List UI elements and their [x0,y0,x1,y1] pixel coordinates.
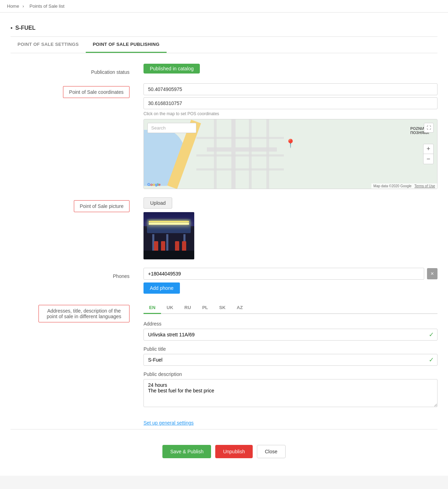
close-button[interactable]: Close [257,445,286,458]
publication-status-label: Publication status [4,67,136,75]
phone-input[interactable] [144,268,424,280]
tab-settings[interactable]: POINT OF SALE SETTINGS [10,37,86,53]
phone-row: × [144,268,438,280]
public-title-label: Public title [144,346,438,352]
lang-tab-uk[interactable]: UK [161,302,179,314]
address-field-container: ✓ [144,329,438,341]
lang-tab-ru[interactable]: RU [179,302,197,314]
addresses-label: Addresses, title, description of the poi… [38,305,130,322]
map-terms-link[interactable]: Terms of Use [414,184,435,188]
pos-image [144,212,194,259]
form-section: Publication status Published in catalog … [10,64,438,438]
picture-label: Point of Sale picture [74,200,130,212]
map-zoom-out-btn[interactable]: − [424,154,433,164]
lang-tab-sk[interactable]: SK [214,302,231,314]
save-publish-button[interactable]: Save & Publish [162,445,211,458]
map-container[interactable]: POZNIAKYПОЗНЯКИ 📍 Search ⛶ + − Goo [144,119,438,189]
tab-publishing[interactable]: POINT OF SALE PUBLISHING [86,37,167,53]
public-description-textarea[interactable]: 24 hours The best fuel for the best pric… [144,379,438,407]
map-hint: Click on the map to set POS coordinates [144,111,438,116]
breadcrumb-separator: › [22,4,24,9]
longitude-input[interactable] [144,97,438,109]
phone-remove-button[interactable]: × [427,268,438,279]
map-pin: 📍 [285,139,296,148]
lang-tab-az[interactable]: AZ [231,302,248,314]
map-fullscreen-btn[interactable]: ⛶ [424,123,434,133]
add-phone-button[interactable]: Add phone [144,282,180,294]
unpublish-button[interactable]: Unpublish [215,445,252,458]
public-description-label: Public description [144,371,438,377]
upload-button[interactable]: Upload [144,197,172,209]
breadcrumb-current: Points of Sale list [29,4,64,9]
address-field-label: Address [144,321,438,327]
page-icon: ▪ [10,25,13,31]
public-title-container: ✓ [144,354,438,366]
lang-tab-pl[interactable]: PL [197,302,214,314]
addresses-row: Addresses, title, description of the poi… [10,302,438,408]
publication-status-row: Publication status Published in catalog [10,64,438,75]
address-input[interactable] [144,329,438,341]
coordinates-row: Point of Sale coordinates Click on the m… [10,83,438,189]
latitude-input[interactable] [144,83,438,95]
breadcrumb-home[interactable]: Home [7,4,19,9]
public-title-check-icon: ✓ [429,356,434,364]
map-zoom-controls: + − [423,144,434,164]
setup-link-row: Set up general settings [10,420,438,429]
map-search-box[interactable]: Search [147,123,196,133]
lang-tab-en[interactable]: EN [144,302,161,314]
map-google-logo: Google [147,182,161,187]
phones-label: Phones [4,271,136,279]
page-title: ▪ S-FUEL [10,20,438,37]
action-buttons: Save & Publish Unpublish Close [10,438,438,465]
map-zoom-in-btn[interactable]: + [424,144,433,154]
tabs-bar: POINT OF SALE SETTINGS POINT OF SALE PUB… [10,37,438,53]
coordinates-label: Point of Sale coordinates [63,86,130,98]
public-title-input[interactable] [144,354,438,366]
address-check-icon: ✓ [429,331,434,338]
map-footer: Map data ©2020 Google Terms of Use [371,183,437,189]
phones-row: Phones × Add phone [10,268,438,294]
publication-status-badge: Published in catalog [144,64,200,74]
language-tabs: EN UK RU PL SK AZ [144,302,438,314]
breadcrumb: Home › Points of Sale list [0,0,448,13]
setup-link[interactable]: Set up general settings [144,420,194,426]
picture-row: Point of Sale picture Upload [10,197,438,259]
